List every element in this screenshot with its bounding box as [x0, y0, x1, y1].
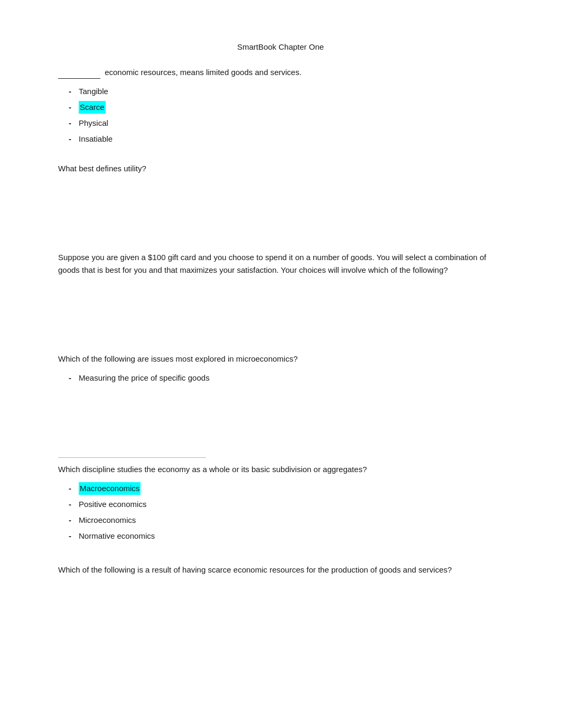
question-block-q5: Which discipline studies the economy as …	[58, 457, 503, 542]
bullet-icon: -	[69, 372, 71, 384]
answer-list-q1: - Tangible - Scarce - Physical - Insatia…	[69, 85, 503, 145]
question-text-q2: What best defines utility?	[58, 162, 503, 175]
bullet-icon: -	[69, 482, 71, 495]
bullet-icon: -	[69, 85, 71, 98]
bullet-icon: -	[69, 117, 71, 130]
section-divider	[58, 457, 206, 458]
question-block-q4: Which of the following are issues most e…	[58, 353, 503, 440]
question-text-q5: Which discipline studies the economy as …	[58, 463, 503, 476]
list-item[interactable]: - Normative economics	[69, 530, 503, 542]
answer-space-q4	[58, 388, 503, 440]
bullet-icon: -	[69, 530, 71, 542]
list-item[interactable]: - Tangible	[69, 85, 503, 98]
question-text-q1: economic resources, means limited goods …	[58, 66, 503, 79]
question-block-q2: What best defines utility?	[58, 162, 503, 234]
list-item[interactable]: - Macroeconomics	[69, 482, 503, 495]
question-block-q3: Suppose you are given a $100 gift card a…	[58, 251, 503, 336]
bullet-icon: -	[69, 101, 71, 114]
answer-space-q2	[58, 181, 503, 234]
answer-list-q5: - Macroeconomics - Positive economics - …	[69, 482, 503, 542]
bullet-icon: -	[69, 514, 71, 527]
blank-field-q1[interactable]	[58, 78, 100, 79]
page-title: SmartBook Chapter One	[58, 42, 503, 51]
list-item[interactable]: - Measuring the price of specific goods	[69, 372, 503, 384]
list-item[interactable]: - Scarce	[69, 101, 503, 114]
question-block-q6: Which of the following is a result of ha…	[58, 564, 503, 576]
question-block-q1: economic resources, means limited goods …	[58, 66, 503, 145]
question-text-q6: Which of the following is a result of ha…	[58, 564, 503, 576]
bullet-icon: -	[69, 133, 71, 145]
answer-list-q4: - Measuring the price of specific goods	[69, 372, 503, 384]
bullet-icon: -	[69, 498, 71, 511]
list-item[interactable]: - Physical	[69, 117, 503, 130]
question-text-q3: Suppose you are given a $100 gift card a…	[58, 251, 503, 277]
list-item[interactable]: - Insatiable	[69, 133, 503, 145]
list-item[interactable]: - Positive economics	[69, 498, 503, 511]
list-item[interactable]: - Microeconomics	[69, 514, 503, 527]
question-text-q4: Which of the following are issues most e…	[58, 353, 503, 365]
answer-space-q3	[58, 283, 503, 336]
